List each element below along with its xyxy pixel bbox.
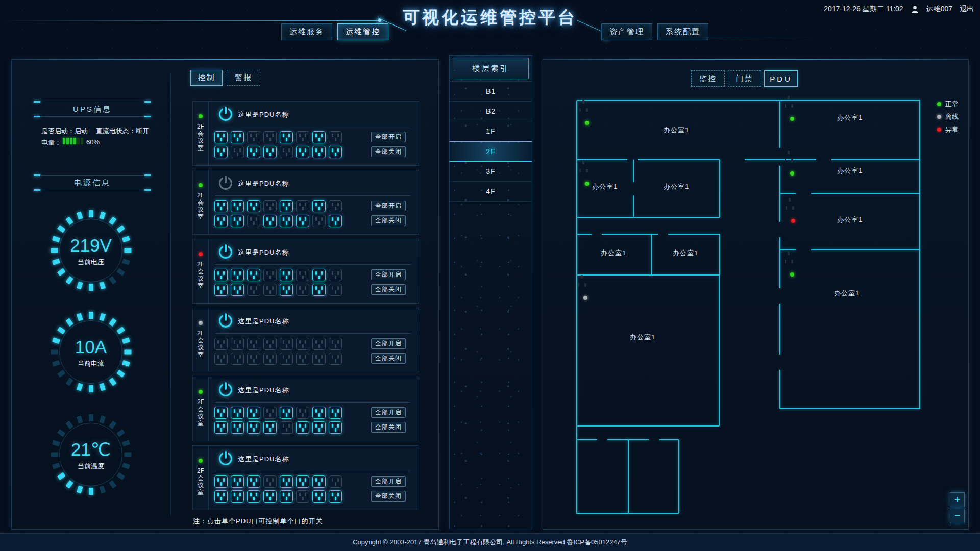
floor-item-4f[interactable]: 4F xyxy=(450,182,532,202)
pdu-outlet[interactable] xyxy=(312,407,326,419)
pdu-outlet[interactable] xyxy=(231,131,244,143)
pdu-outlet[interactable] xyxy=(312,284,326,296)
all-off-button[interactable]: 全部关闭 xyxy=(371,146,406,157)
pdu-outlet[interactable] xyxy=(263,146,277,158)
pdu-outlet[interactable] xyxy=(329,338,342,350)
pdu-outlet[interactable] xyxy=(231,200,244,212)
all-off-button[interactable]: 全部关闭 xyxy=(371,353,406,364)
pdu-outlet[interactable] xyxy=(214,146,228,158)
zoom-in-button[interactable]: + xyxy=(950,492,965,507)
pdu-outlet[interactable] xyxy=(214,215,228,227)
pdu-outlet[interactable] xyxy=(214,475,228,488)
pdu-outlet[interactable] xyxy=(231,146,244,158)
tab-control[interactable]: 控制 xyxy=(190,70,223,86)
pdu-outlet[interactable] xyxy=(247,353,260,365)
tab-pdu[interactable]: PDU xyxy=(764,70,798,87)
pdu-outlet[interactable] xyxy=(280,146,293,158)
pdu-outlet[interactable] xyxy=(214,131,228,143)
pdu-outlet[interactable] xyxy=(296,407,309,419)
pdu-outlet[interactable] xyxy=(280,475,293,488)
pdu-outlet[interactable] xyxy=(214,490,228,503)
pdu-outlet[interactable] xyxy=(296,284,309,296)
pdu-outlet[interactable] xyxy=(280,407,293,419)
pdu-outlet[interactable] xyxy=(329,353,342,365)
pdu-outlet[interactable] xyxy=(247,284,260,296)
pdu-outlet[interactable] xyxy=(329,490,342,503)
pdu-outlet[interactable] xyxy=(329,269,342,281)
pdu-outlet[interactable] xyxy=(329,421,342,434)
pdu-outlet[interactable] xyxy=(280,490,293,503)
pdu-outlet[interactable] xyxy=(296,353,309,365)
pdu-outlet[interactable] xyxy=(296,490,309,503)
pdu-outlet[interactable] xyxy=(214,407,228,419)
pdu-outlet[interactable] xyxy=(280,338,293,350)
pdu-outlet[interactable] xyxy=(312,215,326,227)
pdu-outlet[interactable] xyxy=(296,215,309,227)
pdu-outlet[interactable] xyxy=(231,490,244,503)
pdu-outlet[interactable] xyxy=(312,338,326,350)
pdu-outlet[interactable] xyxy=(296,269,309,281)
logout-button[interactable]: 退出 xyxy=(960,5,974,14)
pdu-outlet[interactable] xyxy=(312,131,326,143)
nav-tab-system-config[interactable]: 系统配置 xyxy=(657,23,708,40)
pdu-outlet[interactable] xyxy=(263,200,277,212)
floor-item-b1[interactable]: B1 xyxy=(450,81,532,102)
pdu-outlet[interactable] xyxy=(280,353,293,365)
pdu-outlet[interactable] xyxy=(312,200,326,212)
nav-tab-asset-mgmt[interactable]: 资产管理 xyxy=(601,23,652,40)
floor-item-2f[interactable]: 2F xyxy=(450,141,532,162)
pdu-outlet[interactable] xyxy=(247,215,260,227)
all-on-button[interactable]: 全部开启 xyxy=(371,132,406,142)
pdu-outlet[interactable] xyxy=(263,338,277,350)
pdu-outlet[interactable] xyxy=(263,475,277,488)
pdu-outlet[interactable] xyxy=(247,146,260,158)
pdu-outlet[interactable] xyxy=(231,475,244,488)
pdu-outlet[interactable] xyxy=(231,353,244,365)
pdu-outlet[interactable] xyxy=(231,269,244,281)
pdu-outlet[interactable] xyxy=(329,284,342,296)
floor-item-b2[interactable]: B2 xyxy=(450,102,532,121)
pdu-outlet[interactable] xyxy=(247,269,260,281)
pdu-outlet[interactable] xyxy=(263,131,277,143)
floor-item-1f[interactable]: 1F xyxy=(450,121,532,141)
pdu-outlet[interactable] xyxy=(231,407,244,419)
pdu-outlet[interactable] xyxy=(280,200,293,212)
pdu-outlet[interactable] xyxy=(296,131,309,143)
pdu-outlet[interactable] xyxy=(329,407,342,419)
pdu-outlet[interactable] xyxy=(263,421,277,434)
pdu-outlet[interactable] xyxy=(296,338,309,350)
pdu-outlet[interactable] xyxy=(280,421,293,434)
pdu-outlet[interactable] xyxy=(296,421,309,434)
pdu-outlet[interactable] xyxy=(247,421,260,434)
pdu-outlet[interactable] xyxy=(214,269,228,281)
pdu-outlet[interactable] xyxy=(280,215,293,227)
pdu-outlet[interactable] xyxy=(263,284,277,296)
tab-access-control[interactable]: 门禁 xyxy=(728,70,761,87)
all-off-button[interactable]: 全部关闭 xyxy=(371,284,406,295)
pdu-outlet[interactable] xyxy=(329,131,342,143)
all-off-button[interactable]: 全部关闭 xyxy=(371,422,406,433)
all-off-button[interactable]: 全部关闭 xyxy=(371,491,406,502)
nav-tab-ops-control[interactable]: 运维管控 xyxy=(337,23,388,40)
tab-alarm[interactable]: 警报 xyxy=(227,70,260,86)
pdu-outlet[interactable] xyxy=(312,475,326,488)
pdu-outlet[interactable] xyxy=(312,146,326,158)
pdu-outlet[interactable] xyxy=(263,269,277,281)
pdu-outlet[interactable] xyxy=(231,421,244,434)
nav-tab-ops-service[interactable]: 运维服务 xyxy=(281,23,332,40)
pdu-outlet[interactable] xyxy=(214,284,228,296)
pdu-outlet[interactable] xyxy=(329,475,342,488)
pdu-outlet[interactable] xyxy=(296,200,309,212)
pdu-outlet[interactable] xyxy=(263,353,277,365)
all-on-button[interactable]: 全部开启 xyxy=(371,407,406,418)
all-on-button[interactable]: 全部开启 xyxy=(371,338,406,349)
pdu-outlet[interactable] xyxy=(247,338,260,350)
pdu-outlet[interactable] xyxy=(214,338,228,350)
pdu-outlet[interactable] xyxy=(263,215,277,227)
pdu-outlet[interactable] xyxy=(280,284,293,296)
floor-item-3f[interactable]: 3F xyxy=(450,162,532,182)
all-on-button[interactable]: 全部开启 xyxy=(371,476,406,487)
all-off-button[interactable]: 全部关闭 xyxy=(371,215,406,226)
tab-monitor[interactable]: 监控 xyxy=(691,70,725,87)
zoom-out-button[interactable]: − xyxy=(950,509,965,523)
